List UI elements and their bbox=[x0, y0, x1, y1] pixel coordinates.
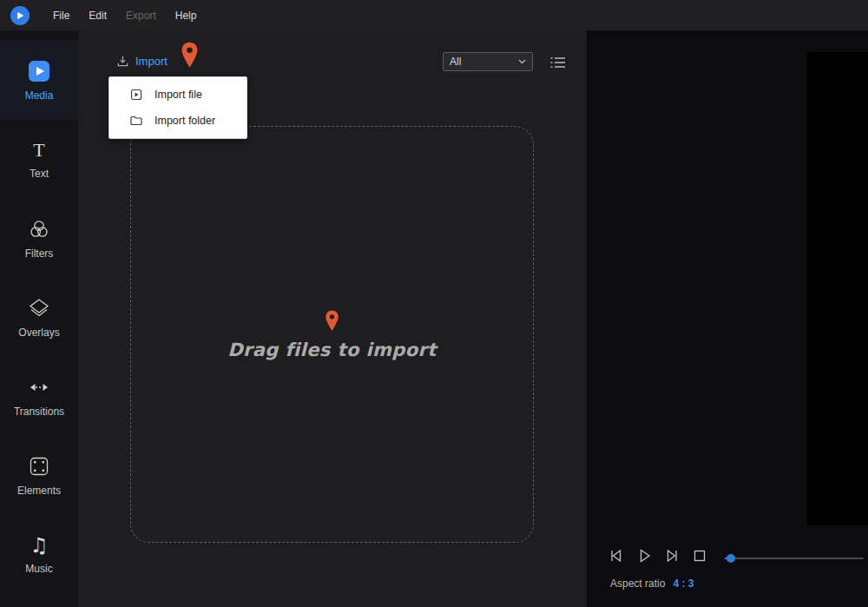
music-icon: ♫ bbox=[30, 535, 49, 556]
sidebar-item-overlays[interactable]: Overlays bbox=[0, 278, 78, 357]
playback-controls bbox=[608, 547, 719, 564]
dropzone-label: Drag files to import bbox=[227, 340, 437, 360]
play-button[interactable] bbox=[635, 547, 653, 564]
import-button[interactable]: Import bbox=[116, 55, 168, 68]
previous-frame-button[interactable] bbox=[608, 547, 625, 564]
menu-item-label: Import file bbox=[155, 89, 202, 101]
seek-slider[interactable] bbox=[725, 554, 864, 563]
import-dropdown-menu: Import file Import folder bbox=[108, 76, 247, 139]
text-icon: T bbox=[33, 140, 44, 161]
next-frame-button[interactable] bbox=[663, 547, 681, 564]
chevron-down-icon bbox=[518, 59, 526, 64]
preview-panel: Aspect ratio 4 : 3 bbox=[588, 30, 868, 607]
aspect-ratio-row: Aspect ratio 4 : 3 bbox=[610, 577, 694, 590]
sidebar-item-label: Filters bbox=[25, 247, 54, 260]
menu-item-label: Import folder bbox=[155, 115, 215, 127]
menu-item-export[interactable]: Export bbox=[116, 0, 166, 30]
media-icon bbox=[28, 60, 50, 82]
aspect-ratio-label: Aspect ratio bbox=[610, 577, 665, 590]
sidebar-item-media[interactable]: Media bbox=[0, 41, 78, 120]
menubar: File Edit Export Help bbox=[0, 0, 868, 30]
import-dropzone[interactable]: Drag files to import bbox=[130, 126, 534, 543]
folder-icon bbox=[129, 114, 143, 128]
sidebar-item-transitions[interactable]: Transitions bbox=[0, 357, 78, 436]
sidebar-item-music[interactable]: ♫ Music bbox=[0, 515, 78, 594]
sidebar-item-label: Text bbox=[30, 168, 49, 180]
import-icon bbox=[116, 55, 129, 68]
import-button-label: Import bbox=[135, 55, 168, 68]
sidebar-item-label: Music bbox=[25, 563, 52, 575]
sidebar-item-text[interactable]: T Text bbox=[0, 120, 78, 199]
app-window: File Edit Export Help Media T Text Filte… bbox=[0, 0, 868, 607]
sidebar-item-label: Media bbox=[25, 89, 54, 102]
menu-item-import-folder[interactable]: Import folder bbox=[109, 108, 247, 134]
stop-button[interactable] bbox=[691, 547, 708, 564]
sidebar-item-elements[interactable]: Elements bbox=[0, 436, 78, 515]
file-icon bbox=[129, 88, 143, 102]
overlays-icon bbox=[28, 297, 50, 320]
elements-icon bbox=[28, 455, 50, 478]
sidebar-item-label: Overlays bbox=[18, 327, 59, 339]
menu-item-help[interactable]: Help bbox=[166, 0, 207, 30]
media-filter-select[interactable]: All bbox=[443, 52, 533, 71]
pin-marker-icon bbox=[181, 41, 199, 69]
pin-marker-icon bbox=[325, 309, 339, 333]
sidebar-item-label: Transitions bbox=[14, 406, 64, 418]
media-filter-value: All bbox=[450, 56, 461, 68]
video-preview bbox=[807, 52, 868, 525]
seek-knob[interactable] bbox=[727, 554, 735, 563]
media-panel: Import All Import file bbox=[78, 30, 588, 607]
transitions-icon bbox=[28, 376, 50, 399]
sidebar-item-filters[interactable]: Filters bbox=[0, 199, 78, 278]
menu-item-file[interactable]: File bbox=[43, 0, 79, 30]
filters-icon bbox=[28, 218, 50, 241]
aspect-ratio-value[interactable]: 4 : 3 bbox=[673, 577, 694, 590]
sidebar: Media T Text Filters Overlays bbox=[0, 30, 78, 607]
menu-item-import-file[interactable]: Import file bbox=[109, 82, 247, 108]
menu-item-edit[interactable]: Edit bbox=[79, 0, 116, 30]
app-logo-icon bbox=[10, 6, 30, 25]
seek-track[interactable] bbox=[725, 558, 864, 559]
sidebar-item-label: Elements bbox=[17, 485, 61, 497]
list-view-toggle[interactable] bbox=[549, 56, 567, 69]
